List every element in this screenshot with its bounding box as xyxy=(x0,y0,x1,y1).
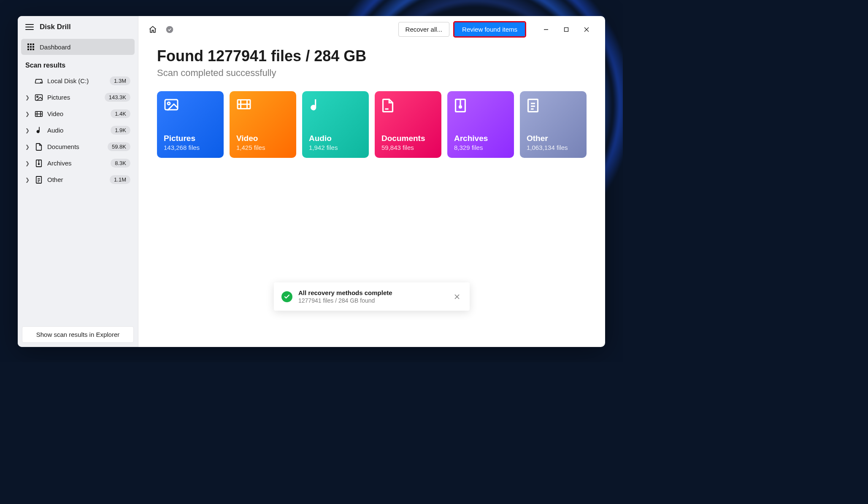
card-title: Pictures xyxy=(164,134,217,143)
tree-item-local-disk-c-[interactable]: Local Disk (C:)1.3M xyxy=(21,73,135,89)
review-found-items-button[interactable]: Review found items xyxy=(454,22,525,36)
tree-item-label: Video xyxy=(47,110,106,117)
audio-icon xyxy=(309,98,325,114)
count-badge: 1.1M xyxy=(110,175,130,184)
subhead: Scan completed successfully xyxy=(157,68,587,79)
count-badge: 143.3K xyxy=(105,93,130,102)
svg-point-29 xyxy=(168,102,170,105)
tree-item-archives[interactable]: ❯Archives8.3K xyxy=(21,155,135,171)
category-card-documents[interactable]: Documents59,843 files xyxy=(375,91,441,158)
svg-rect-6 xyxy=(27,49,29,50)
toast-notification: All recovery methods complete 1277941 fi… xyxy=(274,282,470,311)
minimize-icon[interactable] xyxy=(536,22,556,37)
sidebar: Disk Drill Dashboard Scan results Local … xyxy=(18,16,138,347)
svg-rect-7 xyxy=(30,49,32,50)
tree-item-label: Other xyxy=(47,176,105,183)
content: Found 1277941 files / 284 GB Scan comple… xyxy=(138,43,605,166)
doc-icon xyxy=(35,143,43,151)
archive-icon xyxy=(35,159,43,168)
image-icon xyxy=(164,98,180,114)
main-panel: Recover all... Review found items Found … xyxy=(138,16,605,347)
svg-rect-1 xyxy=(30,43,32,45)
count-badge: 1.3M xyxy=(110,76,130,85)
card-subtitle: 8,329 files xyxy=(454,144,507,151)
sidebar-section-title: Scan results xyxy=(18,57,138,73)
tree-item-label: Local Disk (C:) xyxy=(47,77,105,84)
sidebar-item-label: Dashboard xyxy=(40,43,70,51)
card-title: Audio xyxy=(309,134,362,143)
sidebar-header: Disk Drill xyxy=(18,16,138,36)
svg-point-11 xyxy=(37,96,38,97)
tree-item-pictures[interactable]: ❯Pictures143.3K xyxy=(21,89,135,106)
sidebar-item-dashboard[interactable]: Dashboard xyxy=(21,39,135,55)
checkmark-badge-icon[interactable] xyxy=(164,24,176,35)
count-badge: 8.3K xyxy=(111,159,130,168)
tree-item-video[interactable]: ❯Video1.4K xyxy=(21,106,135,122)
maximize-icon[interactable] xyxy=(556,22,576,37)
sidebar-tree: Local Disk (C:)1.3M❯Pictures143.3K❯Video… xyxy=(18,73,138,188)
tree-item-other[interactable]: ❯Other1.1M xyxy=(21,171,135,188)
card-title: Video xyxy=(236,134,289,143)
count-badge: 59.8K xyxy=(108,142,130,151)
svg-rect-10 xyxy=(35,95,43,100)
app-title: Disk Drill xyxy=(40,23,71,31)
archive-icon xyxy=(454,98,470,114)
tree-item-label: Audio xyxy=(47,127,106,134)
chevron-right-icon: ❯ xyxy=(25,177,30,183)
recover-all-button[interactable]: Recover all... xyxy=(398,22,450,37)
chevron-right-icon: ❯ xyxy=(25,160,30,166)
category-card-video[interactable]: Video1,425 files xyxy=(230,91,296,158)
svg-rect-4 xyxy=(30,46,32,48)
close-toast-icon[interactable] xyxy=(452,292,462,302)
video-icon xyxy=(35,110,43,118)
toast-subtitle: 1277941 files / 284 GB found xyxy=(298,297,446,304)
tree-item-audio[interactable]: ❯Audio1.9K xyxy=(21,122,135,138)
category-card-archives[interactable]: Archives8,329 files xyxy=(447,91,514,158)
category-card-other[interactable]: Other1,063,134 files xyxy=(520,91,587,158)
card-subtitle: 1,425 files xyxy=(236,144,289,151)
svg-rect-0 xyxy=(27,43,29,45)
chevron-right-icon: ❯ xyxy=(25,95,30,100)
tree-item-label: Documents xyxy=(47,143,103,150)
card-title: Other xyxy=(527,134,580,143)
category-cards: Pictures143,268 filesVideo1,425 filesAud… xyxy=(157,91,587,158)
doc-icon xyxy=(381,98,397,114)
chevron-right-icon: ❯ xyxy=(25,111,30,117)
card-title: Archives xyxy=(454,134,507,143)
home-icon[interactable] xyxy=(147,24,159,35)
tree-item-documents[interactable]: ❯Documents59.8K xyxy=(21,138,135,155)
svg-rect-25 xyxy=(565,27,568,31)
card-subtitle: 59,843 files xyxy=(381,144,435,151)
card-subtitle: 1,063,134 files xyxy=(527,144,580,151)
count-badge: 1.4K xyxy=(111,109,130,118)
svg-rect-5 xyxy=(32,46,34,48)
category-card-audio[interactable]: Audio1,942 files xyxy=(302,91,369,158)
audio-icon xyxy=(35,126,43,135)
svg-point-18 xyxy=(38,163,40,165)
svg-rect-3 xyxy=(27,46,29,48)
toolbar: Recover all... Review found items xyxy=(138,16,605,43)
card-subtitle: 143,268 files xyxy=(164,144,217,151)
show-in-explorer-button[interactable]: Show scan results in Explorer xyxy=(22,326,134,343)
category-card-pictures[interactable]: Pictures143,268 files xyxy=(157,91,224,158)
svg-rect-8 xyxy=(32,49,34,50)
app-window: Disk Drill Dashboard Scan results Local … xyxy=(18,16,605,347)
menu-icon[interactable] xyxy=(25,24,34,30)
check-icon xyxy=(281,291,292,302)
other-icon xyxy=(35,176,43,184)
svg-point-23 xyxy=(166,26,173,33)
svg-rect-2 xyxy=(32,43,34,45)
chevron-right-icon: ❯ xyxy=(25,144,30,150)
grid-icon xyxy=(27,43,35,51)
other-icon xyxy=(527,98,543,114)
video-icon xyxy=(236,98,252,114)
card-subtitle: 1,942 files xyxy=(309,144,362,151)
image-icon xyxy=(35,93,43,102)
toast-title: All recovery methods complete xyxy=(298,289,446,296)
card-title: Documents xyxy=(381,134,435,143)
headline: Found 1277941 files / 284 GB xyxy=(157,47,587,65)
tree-item-label: Pictures xyxy=(47,94,100,101)
close-icon[interactable] xyxy=(576,22,597,37)
svg-point-37 xyxy=(460,106,462,108)
hdd-icon xyxy=(35,77,43,85)
